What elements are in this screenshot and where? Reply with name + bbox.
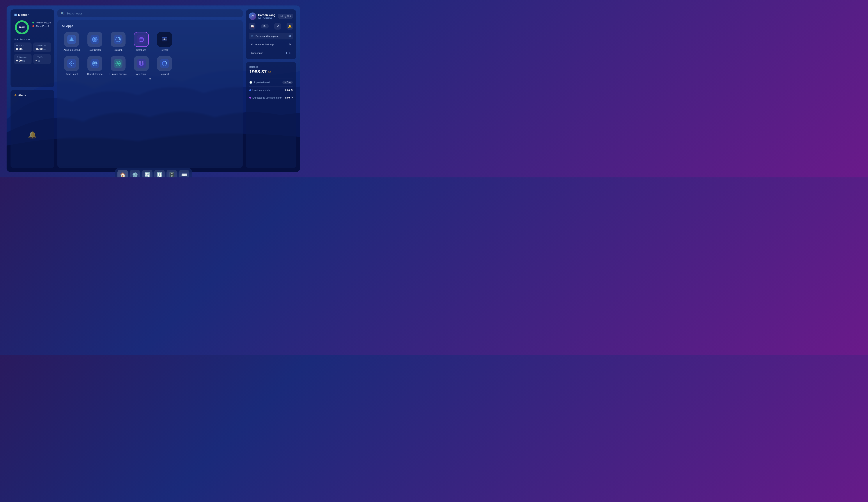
user-info: C Carson Yang ID:__OlBcowBT <box>249 12 276 20</box>
traffic-icon: ↕ <box>35 56 37 58</box>
cpu-percent-label: 100% <box>19 26 25 29</box>
storage-resource: 🗄 Storage 0.00GB <box>14 54 32 64</box>
memory-resource: ▭ Memory 16.00GB <box>33 42 51 52</box>
notification-icon-button[interactable]: 🔔 <box>287 23 293 30</box>
svg-point-24 <box>117 63 119 64</box>
left-panel: ▣ Monitor 100% Healthy Pod: <box>11 9 54 168</box>
app-item-kube-panel[interactable]: Kube Panel <box>62 56 82 76</box>
apps-section-title: All Apps <box>62 24 238 28</box>
expected-next-month-row: Expected to use next month 0.00 ⊙ <box>249 94 293 101</box>
expected-used-value: ∞ Day <box>282 81 293 84</box>
book-icon-button[interactable]: 📖 <box>249 23 256 30</box>
traffic-resource: ↕ Traffic ~GB <box>33 54 51 64</box>
dock-devbox[interactable]: ⌨️ <box>179 170 189 177</box>
app-label-function-service: Function Service <box>110 73 127 76</box>
cpu-value: 8.00c <box>16 47 29 51</box>
settings-row-left: ⚙ Account Settings <box>251 43 274 46</box>
app-item-cronjob[interactable]: CronJob <box>108 32 128 52</box>
coin-icon-2: ⊙ <box>291 96 293 99</box>
alerts-card: ⚠ Alerts 🔔 <box>11 90 54 168</box>
alerts-empty-icon: 🔔 <box>28 130 37 139</box>
kubeconfig-actions: ⬇ ⎘ <box>286 51 291 54</box>
app-icon-cost-center: $ <box>87 32 102 47</box>
expected-next-month-value: 0.00 ⊙ <box>285 96 293 99</box>
expected-used-label-row: 🕐 Expected used <box>249 81 270 84</box>
settings-gear-icon: ⚙ <box>289 43 291 46</box>
app-label-cronjob: CronJob <box>114 49 123 52</box>
svg-rect-28 <box>139 61 141 63</box>
workspace-row[interactable]: ⚙ Personal Workspace ⇄ <box>249 33 293 40</box>
svg-point-19 <box>71 63 72 64</box>
alarm-pod-label: Alarm Pod: <box>35 25 47 28</box>
app-label-kube-panel: Kube Panel <box>66 73 78 76</box>
cpu-title: ☰ CPU <box>16 44 29 46</box>
pod-info: Healthy Pod: 5 Alarm Pod: 0 <box>32 20 51 28</box>
resource-grid: ☰ CPU 8.00c ▭ Memory 16.00GB <box>14 42 51 64</box>
svg-rect-27 <box>142 63 144 65</box>
svg-text:</>: </> <box>163 38 166 41</box>
search-bar[interactable]: 🔍 <box>58 9 243 17</box>
alarm-dot <box>32 25 34 27</box>
svg-text:$: $ <box>94 38 96 41</box>
used-last-month-row: Used last month 0.00 ⊙ <box>249 86 293 94</box>
dock-home[interactable]: 🏠 <box>117 170 128 177</box>
svg-rect-9 <box>114 35 123 44</box>
expected-next-month-label: Expected to use next month <box>252 96 282 99</box>
storage-icon: 🗄 <box>16 56 18 58</box>
kubeconfig-download-icon[interactable]: ⬇ <box>286 51 288 54</box>
app-item-terminal[interactable]: Terminal <box>155 56 174 76</box>
used-resources-label: Used Resources <box>14 38 51 41</box>
logout-icon: ⎋ <box>280 15 281 18</box>
app-label-database: Database <box>136 49 146 52</box>
user-name: Carson Yang <box>258 13 276 17</box>
traffic-value: ~GB <box>35 59 49 62</box>
dock-database[interactable]: 🗄️ <box>166 170 177 177</box>
language-button[interactable]: En <box>261 24 268 29</box>
app-item-object-storage[interactable]: Object Storage <box>85 56 105 76</box>
healthy-pod-value: 5 <box>50 21 51 24</box>
infinity-icon: ∞ <box>284 81 286 84</box>
cpu-donut: 100% <box>14 20 30 35</box>
app-item-database[interactable]: Database <box>132 32 151 52</box>
used-last-month-value: 0.00 ⊙ <box>285 89 293 92</box>
balance-card: Balance 1988.37 ⊙ 🕐 Expected used ∞ Day <box>246 62 296 168</box>
workspace-icon: ⚙ <box>251 34 254 38</box>
memory-icon: ▭ <box>35 44 38 46</box>
app-label-devbox: Devbox <box>161 49 168 52</box>
app-item-app-store[interactable]: App Store <box>132 56 151 76</box>
app-icon-launchpad <box>64 32 79 47</box>
alerts-empty-state: 🔔 <box>14 100 51 171</box>
app-item-devbox[interactable]: </> Devbox <box>155 32 174 52</box>
logout-button[interactable]: ⎋ Log Out <box>278 14 293 19</box>
dock-settings[interactable]: ⚙️ <box>130 170 140 177</box>
app-icon-object-storage <box>87 56 102 71</box>
right-panel: C Carson Yang ID:__OlBcowBT ⎋ Log Out 📖 … <box>246 9 296 168</box>
svg-rect-29 <box>142 61 144 63</box>
app-item-function-service[interactable]: Function Service <box>108 56 128 76</box>
dock-terminal[interactable]: 🔃 <box>154 170 165 177</box>
kubeconfig-copy-icon[interactable]: ⎘ <box>289 51 291 54</box>
donut-container: 100% Healthy Pod: 5 Alarm Pod: 0 <box>14 20 51 35</box>
app-label-object-storage: Object Storage <box>87 73 103 76</box>
expected-used-label: Expected used <box>254 81 270 84</box>
storage-value: 0.00GB <box>16 59 29 62</box>
dock-cronjob[interactable]: 🔄 <box>142 170 153 177</box>
app-icon-devbox: </> <box>157 32 172 47</box>
user-details: Carson Yang ID:__OlBcowBT <box>258 13 276 19</box>
github-icon-button[interactable]: ⎇ <box>274 23 281 30</box>
app-item-cost-center[interactable]: $ Cost Center <box>85 32 105 52</box>
healthy-pod-row: Healthy Pod: 5 <box>32 21 51 24</box>
healthy-pod-label: Healthy Pod: <box>36 21 49 24</box>
svg-rect-26 <box>139 63 141 65</box>
app-icon-app-store <box>134 56 149 71</box>
clock-icon: 🕐 <box>249 81 252 84</box>
search-input[interactable] <box>66 12 239 15</box>
settings-label: Account Settings <box>255 43 274 46</box>
alerts-icon: ⚠ <box>14 94 17 97</box>
user-id: ID:__OlBcowBT <box>258 17 276 19</box>
settings-row[interactable]: ⚙ Account Settings ⚙ <box>249 41 293 48</box>
monitor-card: ▣ Monitor 100% Healthy Pod: <box>11 9 54 87</box>
memory-value: 16.00GB <box>35 47 49 51</box>
app-icon-cronjob <box>111 32 125 47</box>
app-item-launchpad[interactable]: App Launchpad <box>62 32 82 52</box>
